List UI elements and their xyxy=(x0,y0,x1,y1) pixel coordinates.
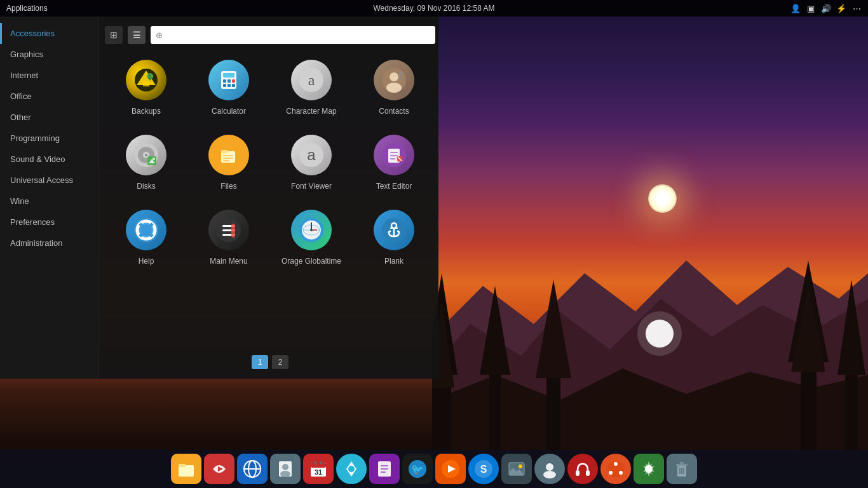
svg-text:31: 31 xyxy=(315,468,322,476)
svg-rect-37 xyxy=(398,72,403,74)
page-1-button[interactable]: 1 xyxy=(252,355,268,369)
files-label: Files xyxy=(220,182,236,191)
dock-headphones[interactable] xyxy=(567,454,598,484)
files-icon xyxy=(208,135,249,175)
dock-ubuntu-software[interactable] xyxy=(600,454,631,484)
svg-rect-99 xyxy=(311,463,326,468)
sidebar-item-universal-access[interactable]: Universal Access xyxy=(0,170,98,191)
apps-grid: Backups Calculator xyxy=(98,50,442,349)
user-icon[interactable]: 👤 xyxy=(790,3,801,13)
svg-rect-129 xyxy=(680,462,684,464)
app-charmap[interactable]: a Character Map xyxy=(270,50,353,125)
topbar-right: 👤 ▣ 🔊 ⚡ ⋯ xyxy=(790,3,862,13)
app-contacts[interactable]: Contacts xyxy=(353,50,435,125)
svg-rect-38 xyxy=(398,75,402,76)
dock-vpn[interactable] xyxy=(336,454,367,484)
svg-rect-28 xyxy=(232,79,235,83)
search-input[interactable] xyxy=(151,26,435,44)
sidebar: Accessories Graphics Internet Office Oth… xyxy=(0,17,98,379)
sidebar-item-wine[interactable]: Wine xyxy=(0,191,98,212)
svg-rect-120 xyxy=(576,470,580,476)
app-plank[interactable]: Plank xyxy=(353,200,435,275)
calculator-label: Calculator xyxy=(212,107,246,116)
svg-point-97 xyxy=(280,471,290,477)
svg-text:🐦: 🐦 xyxy=(411,463,424,475)
svg-rect-102 xyxy=(320,461,322,464)
svg-line-69 xyxy=(150,234,153,236)
svg-rect-26 xyxy=(223,79,226,83)
dock-images[interactable] xyxy=(501,454,532,484)
dock-player[interactable] xyxy=(435,454,466,484)
sidebar-item-internet[interactable]: Internet xyxy=(0,65,98,86)
sidebar-item-preferences[interactable]: Preferences xyxy=(0,212,98,233)
dock-usermgr[interactable] xyxy=(534,454,565,484)
dock-contacts[interactable] xyxy=(270,454,301,484)
disks-icon xyxy=(126,135,166,175)
svg-rect-29 xyxy=(223,84,226,87)
disks-label: Disks xyxy=(137,182,155,191)
dock-files[interactable] xyxy=(171,454,201,484)
dock-calendar[interactable]: 31 xyxy=(303,454,334,484)
display-icon[interactable]: ▣ xyxy=(806,3,816,13)
dock-preferences[interactable] xyxy=(634,454,664,484)
dock-notes[interactable] xyxy=(369,454,400,484)
sidebar-item-programming[interactable]: Programming xyxy=(0,128,98,149)
app-disks[interactable]: Disks xyxy=(105,125,187,200)
svg-point-123 xyxy=(614,462,618,466)
charmap-icon: a xyxy=(291,60,332,100)
svg-rect-49 xyxy=(221,150,228,153)
sidebar-item-sound-video[interactable]: Sound & Video xyxy=(0,149,98,170)
more-icon[interactable]: ⋯ xyxy=(851,3,862,13)
sidebar-item-graphics[interactable]: Graphics xyxy=(0,44,98,65)
app-backups[interactable]: Backups xyxy=(105,50,187,125)
main-content: ⊞ ☰ ⊕ B xyxy=(98,17,442,379)
sidebar-item-other[interactable]: Other xyxy=(0,107,98,128)
plank-label: Plank xyxy=(384,257,403,266)
grid-view-button[interactable]: ⊞ xyxy=(105,26,123,44)
app-mainmenu[interactable]: Main Menu xyxy=(187,200,270,275)
calculator-icon xyxy=(208,60,249,100)
dock-skype[interactable]: S xyxy=(468,454,499,484)
fontviewer-label: Font Viewer xyxy=(291,182,332,191)
page-2-button[interactable]: 2 xyxy=(272,355,288,369)
svg-rect-106 xyxy=(381,468,388,470)
volume-icon[interactable]: 🔊 xyxy=(821,3,831,13)
svg-rect-101 xyxy=(315,461,316,464)
app-fontviewer[interactable]: a Font Viewer xyxy=(270,125,353,200)
charmap-label: Character Map xyxy=(286,107,336,116)
topbar-left: Applications xyxy=(6,4,48,13)
sidebar-item-accessories[interactable]: Accessories xyxy=(0,23,98,44)
list-view-button[interactable]: ☰ xyxy=(128,26,146,44)
app-texteditor[interactable]: Text Editor xyxy=(353,125,435,200)
texteditor-label: Text Editor xyxy=(376,182,412,191)
svg-point-125 xyxy=(619,471,623,475)
dock-trash[interactable] xyxy=(667,454,697,484)
svg-rect-20 xyxy=(143,81,149,86)
app-orage[interactable]: Orage Globaltime xyxy=(270,200,353,275)
svg-point-35 xyxy=(390,72,398,81)
sidebar-item-administration[interactable]: Administration xyxy=(0,233,98,254)
dock-browser[interactable] xyxy=(237,454,268,484)
app-help[interactable]: Help xyxy=(105,200,187,275)
svg-rect-22 xyxy=(149,73,151,78)
app-files[interactable]: Files xyxy=(187,125,270,200)
sidebar-item-office[interactable]: Office xyxy=(0,86,98,107)
svg-rect-107 xyxy=(381,471,386,473)
fontviewer-icon: a xyxy=(291,135,332,175)
dock-corebird[interactable]: 🐦 xyxy=(402,454,433,484)
svg-rect-105 xyxy=(381,465,388,466)
svg-line-68 xyxy=(140,234,142,236)
svg-rect-52 xyxy=(223,160,229,161)
app-menu-label[interactable]: Applications xyxy=(6,4,48,13)
dock-pastebin[interactable] xyxy=(204,454,234,484)
backups-icon xyxy=(126,60,166,100)
svg-text:S: S xyxy=(480,464,487,475)
svg-point-43 xyxy=(145,154,147,156)
svg-point-124 xyxy=(609,471,613,475)
app-calculator[interactable]: Calculator xyxy=(187,50,270,125)
svg-rect-39 xyxy=(398,78,403,79)
svg-rect-30 xyxy=(227,84,231,87)
svg-line-66 xyxy=(140,224,142,226)
power-icon[interactable]: ⚡ xyxy=(836,3,846,13)
plank-icon xyxy=(374,210,414,250)
